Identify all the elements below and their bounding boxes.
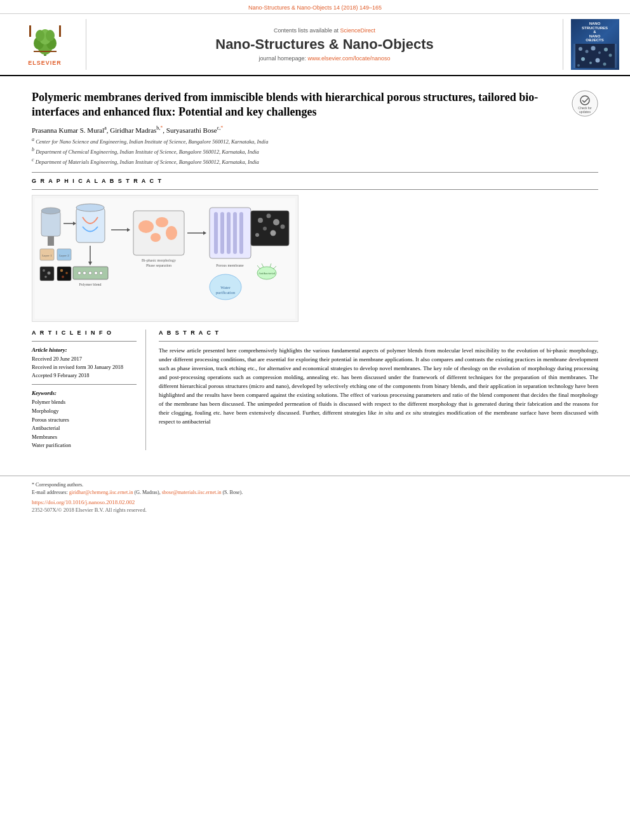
svg-point-21 [577, 64, 580, 67]
svg-rect-58 [214, 212, 218, 254]
doi-anchor[interactable]: https://doi.org/10.1016/j.nanoso.2018.02… [32, 499, 135, 505]
author1-sup: a [104, 125, 107, 131]
journal-title: Nano-Structures & Nano-Objects [215, 36, 434, 53]
svg-point-42 [78, 272, 81, 275]
keyword-1: Polymer blends [32, 398, 137, 407]
top-citation-bar: Nano-Structures & Nano-Objects 14 (2018)… [0, 0, 630, 14]
abstract-label: A B S T R A C T [159, 330, 598, 336]
svg-point-20 [603, 62, 606, 65]
article-info-divider [32, 341, 137, 342]
elsevier-logo: ELSEVIER [26, 23, 64, 66]
abstract-text-after1: and [395, 410, 403, 416]
revised-date: Received in revised form 30 January 2018 [32, 363, 137, 371]
elsevier-tree-icon [26, 23, 64, 58]
svg-rect-83 [40, 267, 54, 281]
corresponding-authors-note: * Corresponding authors. E-mail addresse… [32, 481, 598, 497]
abstract-italic2: ex situ [406, 410, 421, 416]
svg-point-5 [36, 30, 44, 41]
svg-rect-59 [220, 212, 224, 254]
graphical-abstract-top-divider [32, 189, 598, 190]
article-info-column: A R T I C L E I N F O Article history: R… [32, 330, 146, 450]
svg-point-14 [598, 51, 601, 54]
svg-point-53 [151, 233, 161, 242]
page-footer: * Corresponding authors. E-mail addresse… [0, 476, 630, 518]
article-history-label: Article history: [32, 347, 137, 353]
email2-name: (S. Bose). [222, 490, 243, 495]
svg-point-50 [138, 220, 154, 233]
contents-available: Contents lists available at ScienceDirec… [274, 27, 375, 34]
affiliation-b: b Department of Chemical Engineering, In… [32, 146, 565, 156]
copyright-text: 2352-507X/© 2018 Elsevier B.V. All right… [32, 507, 598, 513]
abstract-divider [159, 341, 598, 342]
svg-point-44 [89, 272, 92, 275]
article-title-text-area: Polymeric membranes derived from immisci… [32, 90, 565, 166]
keyword-2: Morphology [32, 407, 137, 416]
affiliation-a: a Center for Nano Science and Engineerin… [32, 136, 565, 146]
keyword-5: Membranes [32, 433, 137, 442]
svg-rect-87 [57, 267, 71, 281]
affiliations: a Center for Nano Science and Engineerin… [32, 136, 565, 166]
abstract-column: A B S T R A C T The review article prese… [159, 330, 598, 450]
svg-rect-62 [239, 212, 243, 254]
svg-point-46 [100, 272, 103, 275]
svg-rect-60 [227, 212, 231, 254]
title-divider [32, 172, 598, 173]
check-for-updates-badge: Check for updates [572, 90, 598, 117]
journal-citation-link[interactable]: Nano-Structures & Nano-Objects 14 (2018)… [248, 4, 382, 11]
keyword-4: Antibacterial [32, 424, 137, 433]
keyword-3: Porous structures [32, 416, 137, 425]
elsevier-logo-section: ELSEVIER [10, 19, 86, 70]
article-authors: Prasanna Kumar S. Murala, Giridhar Madra… [32, 125, 565, 134]
graphical-abstract-section: G R A P H I C A L A B S T R A C T [32, 178, 598, 322]
svg-point-6 [46, 30, 55, 41]
doi-link[interactable]: https://doi.org/10.1016/j.nanoso.2018.02… [32, 499, 598, 505]
received-date: Received 20 June 2017 [32, 355, 137, 363]
svg-text:Polymer blend: Polymer blend [79, 283, 101, 286]
cover-title-text: NANOSTRUCTURES&NANOOBJECTS [582, 22, 608, 43]
journal-url-link[interactable]: www.elsevier.com/locate/nanoso [308, 55, 391, 62]
svg-point-43 [83, 272, 86, 275]
svg-text:Bi-phasic morphology: Bi-phasic morphology [142, 258, 176, 262]
svg-text:Layer 1: Layer 1 [42, 254, 52, 257]
email1-link[interactable]: giridhar@chemeng.iisc.ernet.in [69, 490, 133, 495]
svg-point-79 [281, 225, 285, 229]
svg-rect-7 [34, 51, 57, 52]
svg-rect-8 [29, 25, 31, 37]
svg-text:Water: Water [220, 285, 231, 290]
cover-image-area [573, 44, 617, 68]
svg-text:updates: updates [579, 110, 591, 114]
abstract-text: The review article presented here compre… [159, 347, 598, 426]
email2-link[interactable]: sbose@materials.iisc.ernet.in [162, 490, 222, 495]
svg-point-12 [585, 50, 588, 53]
article-main-title: Polymeric membranes derived from immisci… [32, 90, 565, 120]
svg-point-88 [60, 269, 63, 272]
keywords-divider [32, 384, 137, 385]
svg-point-85 [48, 272, 51, 275]
keywords-label: Keywords: [32, 390, 137, 396]
svg-point-19 [595, 58, 600, 62]
svg-point-15 [604, 48, 608, 51]
svg-point-17 [581, 57, 585, 61]
svg-point-86 [44, 276, 47, 278]
svg-point-51 [156, 217, 168, 227]
cover-nanostructure-icon [575, 44, 615, 68]
journal-homepage: journal homepage: www.elsevier.com/locat… [258, 55, 390, 62]
corresponding-label: * Corresponding authors. [32, 482, 83, 488]
svg-rect-30 [48, 236, 54, 246]
sciencedirect-link[interactable]: ScienceDirect [340, 27, 376, 34]
svg-text:Porous membrane: Porous membrane [216, 263, 244, 267]
abstract-main-text: The review article presented here compre… [159, 347, 598, 416]
author3-name: Suryasarathi Bose [166, 126, 217, 133]
article-body: Polymeric membranes derived from immisci… [0, 76, 630, 463]
svg-point-16 [608, 53, 612, 57]
svg-point-78 [255, 233, 259, 237]
author2-name: Giridhar Madras [110, 126, 156, 133]
accepted-date: Accepted 9 February 2018 [32, 371, 137, 380]
svg-point-90 [62, 276, 64, 278]
svg-point-74 [267, 214, 271, 218]
svg-point-34 [76, 204, 104, 211]
svg-point-45 [95, 272, 98, 275]
page-wrapper: Nano-Structures & Nano-Objects 14 (2018)… [0, 0, 630, 840]
email-label: E-mail addresses: [32, 490, 68, 495]
graphical-abstract-image: Layer 1 Layer 2 [32, 195, 298, 322]
